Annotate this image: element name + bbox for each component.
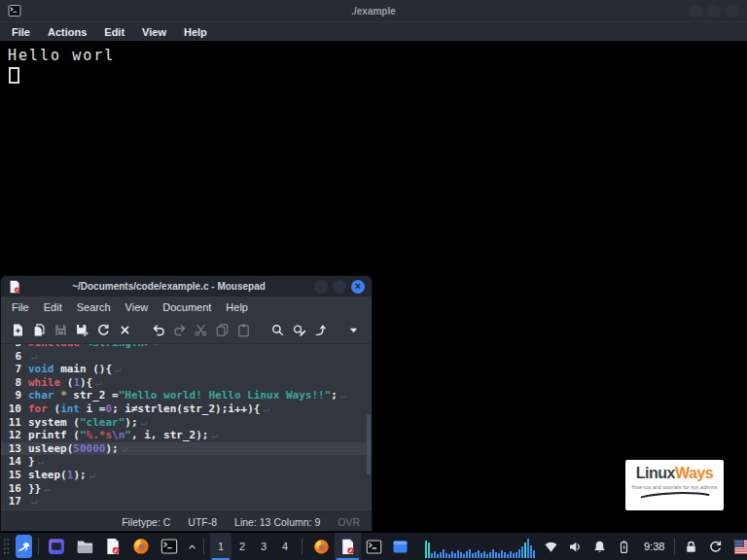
mousepad-titlebar[interactable]: ~/Documents/code/example.c - Mousepad ×: [1, 276, 372, 297]
status-cursor-position: Line: 13 Column: 9: [234, 516, 320, 528]
monitor-bar: [448, 554, 450, 558]
toolbar-close-button[interactable]: [114, 319, 135, 341]
workspace-2[interactable]: 2: [231, 533, 253, 560]
terminal-close-button[interactable]: [726, 4, 739, 18]
launcher-expand-caret[interactable]: [187, 542, 197, 552]
wifi-icon[interactable]: [544, 540, 558, 554]
logo-brand-linux: Linux: [636, 465, 675, 481]
newline-mark: ↵: [31, 350, 38, 363]
panel-separator: [302, 538, 302, 555]
toolbar-reload-button[interactable]: [92, 319, 114, 341]
toolbar-paste-button[interactable]: [233, 319, 255, 341]
toolbar-copy-button[interactable]: [212, 319, 233, 341]
toolbar-cut-button[interactable]: [191, 319, 212, 341]
toolbar-find-button[interactable]: [267, 319, 288, 341]
code-line-9[interactable]: 9char * str_2 ="Hello world! Hello Linux…: [1, 389, 372, 402]
toolbar-go-to-button[interactable]: [309, 319, 331, 341]
code-line-17[interactable]: 17↵: [1, 495, 372, 508]
keyboard-layout-flag[interactable]: [734, 540, 747, 554]
toolbar-find-replace-button[interactable]: [288, 319, 309, 341]
taskbar: 1234 9:38: [0, 533, 747, 560]
line-number: 13: [5, 442, 21, 456]
panel-grip-left[interactable]: [3, 538, 10, 555]
launcher-settings[interactable]: [47, 537, 66, 556]
session-buttons: [684, 540, 723, 554]
toolbar-save-button[interactable]: [51, 319, 72, 341]
mousepad-minimize-button[interactable]: [314, 280, 328, 294]
mousepad-menu-view[interactable]: View: [125, 301, 149, 313]
code-line-8[interactable]: 8while (1){↵: [1, 376, 372, 390]
workspace-3[interactable]: 3: [253, 533, 274, 560]
toolbar-new-document-button[interactable]: [8, 319, 29, 341]
launcher-firefox[interactable]: [131, 537, 151, 556]
terminal-titlebar[interactable]: ./example: [0, 0, 747, 21]
launcher-terminal[interactable]: [160, 537, 179, 556]
terminal-menu-file[interactable]: File: [12, 26, 30, 38]
clock[interactable]: 9:38: [644, 541, 664, 552]
monitor-bar: [527, 539, 529, 558]
task-firefox[interactable]: [308, 533, 335, 560]
toolbar-toolbar-menu-button[interactable]: [343, 319, 365, 341]
code-line-10[interactable]: 10for (int i =0; i≠strlen(str_2);i++){↵: [1, 402, 372, 416]
lock-icon[interactable]: [684, 540, 698, 554]
mousepad-menu-edit[interactable]: Edit: [44, 301, 62, 313]
applications-menu-button[interactable]: [16, 535, 32, 558]
terminal-menu-help[interactable]: Help: [184, 26, 207, 38]
code-line-15[interactable]: 15sleep(1);↵: [1, 469, 372, 482]
panel-separator: [674, 538, 675, 555]
monitor-bar: [478, 550, 480, 558]
terminal-minimize-button[interactable]: [689, 4, 702, 18]
toolbar-redo-button[interactable]: [169, 319, 191, 341]
mousepad-close-button[interactable]: ×: [351, 280, 365, 294]
desktop: ./example FileActionsEditViewHelp Hello …: [0, 0, 747, 560]
task-mousepad[interactable]: [335, 533, 361, 560]
task-terminal[interactable]: [361, 533, 387, 560]
launcher-file-manager[interactable]: [75, 537, 94, 556]
system-monitor-graph[interactable]: [425, 535, 535, 558]
code-line-6[interactable]: 6↵: [1, 350, 372, 364]
code-text: usleep(50000);↵: [28, 442, 127, 456]
mousepad-menubar: FileEditSearchViewDocumentHelp: [1, 297, 372, 317]
mousepad-editor[interactable]: 5#include <string.h>↵6↵7void main (){↵8w…: [1, 344, 372, 511]
code-line-12[interactable]: 12printf ("%.*s\n", i, str_2);↵: [1, 429, 372, 442]
code-lines: 5#include <string.h>↵6↵7void main (){↵8w…: [1, 344, 372, 508]
line-number: 6: [5, 350, 21, 364]
monitor-bar: [437, 554, 439, 558]
launcher-mousepad[interactable]: [103, 537, 123, 556]
code-line-14[interactable]: 14}↵: [1, 455, 372, 469]
terminal-menu-view[interactable]: View: [142, 26, 166, 38]
monitor-bar: [498, 553, 500, 558]
workspace-4[interactable]: 4: [274, 533, 296, 560]
monitor-bar: [483, 551, 485, 558]
monitor-bar: [501, 550, 503, 558]
volume-icon[interactable]: [568, 540, 583, 554]
line-number: 16: [5, 482, 21, 496]
code-line-7[interactable]: 7void main (){↵: [1, 363, 372, 376]
monitor-bar: [513, 553, 515, 558]
toolbar-save-as-button[interactable]: [72, 319, 93, 341]
notifications-icon[interactable]: [592, 540, 607, 554]
mousepad-menu-document[interactable]: Document: [162, 301, 211, 313]
mousepad-menu-help[interactable]: Help: [226, 301, 248, 313]
terminal-menu-actions[interactable]: Actions: [48, 26, 87, 38]
toolbar-open-button[interactable]: [29, 319, 51, 341]
monitor-bar: [495, 552, 497, 558]
mousepad-maximize-button[interactable]: [333, 280, 346, 294]
toolbar-undo-button[interactable]: [148, 319, 169, 341]
mousepad-menu-file[interactable]: File: [12, 301, 29, 313]
monitor-bar: [480, 553, 482, 558]
session-restart-icon[interactable]: [708, 540, 723, 554]
code-line-16[interactable]: 16}}↵: [1, 482, 372, 496]
editor-scrollbar[interactable]: [367, 414, 371, 474]
newline-mark: ↵: [122, 442, 128, 455]
terminal-menu-edit[interactable]: Edit: [104, 26, 124, 38]
code-line-11[interactable]: 11system ("clear");↵: [1, 416, 372, 430]
terminal-window-buttons: [689, 4, 739, 18]
task-files-window[interactable]: [387, 533, 413, 560]
workspace-1[interactable]: 1: [210, 533, 231, 560]
code-line-13[interactable]: 13usleep(50000);↵: [1, 442, 372, 456]
mousepad-menu-search[interactable]: Search: [77, 301, 111, 313]
battery-icon[interactable]: [617, 540, 631, 554]
terminal-maximize-button[interactable]: [707, 4, 721, 18]
newline-mark: ↵: [141, 416, 148, 429]
